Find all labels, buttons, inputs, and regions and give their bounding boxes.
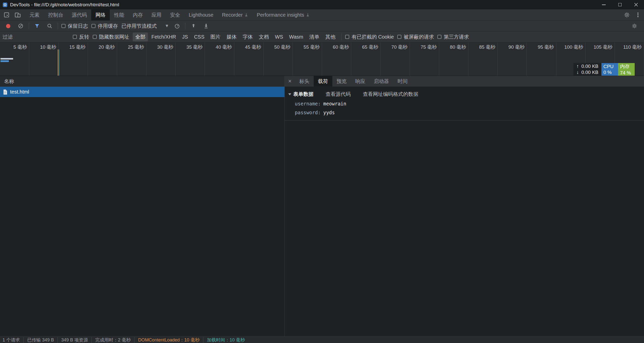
request-row-test-html[interactable]: test.html [0,87,284,97]
timeline-tick: 50 毫秒 [264,42,293,76]
checkbox-icon[interactable] [397,35,401,39]
divider [29,23,29,29]
filter-type-wasm[interactable]: Wasm [287,33,306,41]
view-url-encoded-link[interactable]: 查看网址编码格式的数据 [363,91,418,98]
status-resources: 349 B 项资源 [57,337,91,343]
request-details-tabs: × 标头 载荷 预览 响应 启动器 时间 [285,76,644,87]
funnel-filter-icon [34,23,40,29]
status-dom-content-loaded: DOMContentLoaded：10 毫秒 [134,337,203,343]
overview-request-bar-light [1,58,13,60]
upload-kb-value: 0.00 KB [581,64,598,69]
clear-network-log-button[interactable] [16,22,25,30]
performance-monitor-overlay: ↑ 0.00 KB ↓ 0.00 KB CPU 0 % 内存 74 % [573,63,635,76]
panel-tabs: 元素 控制台 源代码 网络 性能 内存 应用 安全 Lighthouse Rec… [25,9,314,20]
tab-timing[interactable]: 时间 [393,76,412,87]
settings-button[interactable] [622,11,631,19]
maximize-icon [618,3,622,6]
filter-type-doc[interactable]: 文档 [256,33,271,41]
checkbox-icon[interactable] [61,24,66,28]
network-conditions-gauge-icon [174,23,180,29]
filter-type-manifest[interactable]: 清单 [307,33,322,41]
checkbox-icon[interactable] [73,35,77,39]
tab-security[interactable]: 安全 [166,9,184,20]
minimize-button[interactable] [596,0,612,9]
tab-preview[interactable]: 预览 [332,76,351,87]
kebab-menu-icon [637,14,638,15]
memory-usage-badge: 内存 74 % [618,63,635,76]
requests-name-column-header[interactable]: 名称 [0,76,284,87]
network-settings-button[interactable] [630,22,639,30]
close-details-button[interactable]: × [285,78,295,84]
import-har-button[interactable] [189,22,198,30]
filter-type-font[interactable]: 字体 [240,33,255,41]
tab-sources[interactable]: 源代码 [68,9,91,20]
network-conditions-button[interactable] [173,22,182,30]
invert-filter-checkbox[interactable]: 反转 [73,34,89,40]
upload-arrow-icon: ↑ [576,64,579,69]
close-button[interactable] [628,0,644,9]
network-overview-timeline[interactable]: 5 毫秒 10 毫秒 15 毫秒 20 毫秒 25 毫秒 30 毫秒 35 毫秒… [0,42,644,76]
form-data-section-header: 表单数据 查看源代码 查看网址编码格式的数据 [285,91,644,98]
filter-type-ws[interactable]: WS [272,33,285,41]
blocked-cookies-checkbox[interactable]: 有已拦截的 Cookie [345,34,394,40]
checkbox-icon[interactable] [93,35,97,39]
timeline-tick: 10 毫秒 [29,42,58,76]
hide-data-urls-checkbox[interactable]: 隐藏数据网址 [93,34,129,40]
network-content: 名称 test.html × 标头 载荷 预览 响应 [0,76,644,336]
tab-console[interactable]: 控制台 [44,9,68,20]
form-data-toggle[interactable]: 表单数据 [288,91,313,98]
preserve-log-checkbox[interactable]: 保留日志 [61,23,88,30]
blocked-requests-checkbox[interactable]: 被屏蔽的请求 [397,34,434,40]
device-toolbar-icon [14,12,21,18]
payload-view: 表单数据 查看源代码 查看网址编码格式的数据 username meowrain… [285,87,644,121]
checkbox-icon[interactable] [345,35,349,39]
tab-network[interactable]: 网络 [91,9,110,20]
request-name: test.html [10,89,29,95]
tab-headers[interactable]: 标头 [295,76,314,87]
filter-toggle-button[interactable] [33,22,42,30]
tab-elements[interactable]: 元素 [25,9,44,20]
titlebar: DevTools - file:///D:/git/note/webstrom/… [0,0,644,9]
form-data-param: password yyds [295,110,644,115]
search-button[interactable] [45,22,54,30]
filter-type-all[interactable]: 全部 [133,33,148,41]
timeline-tick: 20 毫秒 [88,42,117,76]
toolbar-right-actions [620,11,644,19]
tab-recorder[interactable]: Recorder [218,9,252,20]
checkbox-icon[interactable] [437,35,441,39]
record-network-log-button[interactable] [4,22,13,30]
document-icon [3,89,8,95]
third-party-requests-checkbox[interactable]: 第三方请求 [437,34,469,40]
timeline-tick: 95 毫秒 [527,42,556,76]
checkbox-icon[interactable] [91,24,95,28]
filter-type-img[interactable]: 图片 [208,33,223,41]
disable-cache-checkbox[interactable]: 停用缓存 [91,23,118,30]
tab-performance-insights[interactable]: Performance insights [252,9,314,20]
export-har-button[interactable] [202,22,211,30]
close-icon [634,3,638,7]
tab-lighthouse[interactable]: Lighthouse [184,9,218,20]
tab-application[interactable]: 应用 [147,9,166,20]
download-kb-value: 0.00 KB [581,70,598,75]
tab-initiator[interactable]: 启动器 [370,76,393,87]
overview-request-bar-blue [1,60,9,62]
more-options-button[interactable] [633,11,642,19]
maximize-button[interactable] [612,0,628,9]
filter-type-fetch-xhr[interactable]: Fetch/XHR [149,33,179,41]
filter-type-js[interactable]: JS [180,33,190,41]
filter-type-other[interactable]: 其他 [323,33,338,41]
view-source-link[interactable]: 查看源代码 [326,91,351,98]
device-toolbar-button[interactable] [13,11,22,19]
filter-input[interactable] [3,34,69,40]
divider [185,23,185,29]
filter-type-css[interactable]: CSS [191,33,207,41]
tab-response[interactable]: 响应 [351,76,370,87]
inspect-element-button[interactable] [2,11,11,19]
tab-performance[interactable]: 性能 [110,9,128,20]
tab-memory[interactable]: 内存 [128,9,147,20]
tab-payload[interactable]: 载荷 [314,76,332,87]
gear-icon [632,23,637,29]
devtools-window: DevTools - file:///D:/git/note/webstrom/… [0,0,644,343]
filter-type-media[interactable]: 媒体 [224,33,239,41]
throttling-dropdown[interactable]: 已停用节流模式 ▼ [121,23,169,30]
